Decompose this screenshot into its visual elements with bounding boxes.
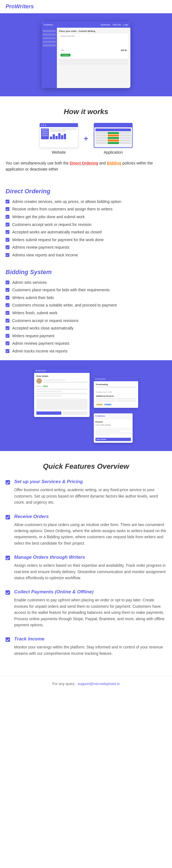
app-row-5 bbox=[95, 142, 131, 144]
direct-ordering-item-5: Writers submit request for payment for t… bbox=[5, 237, 167, 243]
gal-btn-2[interactable] bbox=[63, 411, 88, 415]
check-icon-do-3 bbox=[5, 223, 9, 226]
website-topbar bbox=[40, 123, 78, 127]
s-line-3 bbox=[42, 133, 48, 134]
gal-detail-line-3 bbox=[36, 393, 88, 394]
website-sidebar bbox=[41, 128, 49, 139]
sidebar-mini-5 bbox=[43, 44, 56, 46]
gal-body-2: Proofreading Tuesday, Dec 9, 2023 Additi… bbox=[94, 381, 138, 408]
bidding-item-0: Admin sets services bbox=[5, 280, 167, 285]
doc-title: Invoice bbox=[95, 421, 131, 423]
check-icon-do-0 bbox=[5, 199, 9, 204]
feature-item-0: Set up your Services & Pricing Offer bus… bbox=[5, 479, 167, 505]
check-icon-bs-8 bbox=[5, 341, 9, 345]
cell-14 bbox=[108, 142, 119, 144]
how-it-works-desc: You can simultaneously use both the Dire… bbox=[5, 160, 167, 173]
bidding-text-3: Customers choose a suitable writer, and … bbox=[12, 303, 117, 308]
feature-content-2: Manage Orders through Writers Assign ord… bbox=[14, 555, 167, 581]
feature-content-4: Track Income Monitor your earnings withi… bbox=[14, 636, 167, 656]
g-dot-2 bbox=[95, 378, 97, 380]
feature-desc-2: Assign orders to writers based on their … bbox=[14, 562, 167, 581]
direct-ordering-item-3: Customers accept work or request for rev… bbox=[5, 222, 167, 227]
bidding-text-4: Writers finish, submit work bbox=[12, 310, 57, 316]
general-info-label: General Information bbox=[60, 35, 127, 37]
bidding-item-3: Customers choose a suitable writer, and … bbox=[5, 303, 167, 308]
website-body bbox=[40, 127, 78, 141]
doc-line-4 bbox=[95, 434, 109, 436]
website-content bbox=[50, 128, 77, 139]
bidding-text-9: Admin tracks income via reports bbox=[12, 349, 67, 354]
g-dot-1 bbox=[36, 370, 37, 371]
feature-desc-1: Allow customers to place orders using an… bbox=[14, 522, 167, 547]
feature-title-0: Set up your Services & Pricing bbox=[14, 479, 167, 485]
bidding-item-7: Writers request payment bbox=[5, 333, 167, 339]
bidding-item-4: Writers finish, submit work bbox=[5, 310, 167, 316]
direct-ordering-section: Direct Ordering Admin creates services, … bbox=[0, 184, 172, 265]
gal-detail-row-1: Status: Active bbox=[36, 385, 88, 388]
gal-s-l2 bbox=[117, 398, 136, 400]
how-it-works-section: How it works bbox=[0, 96, 172, 184]
bidding-text-6: Accepted works close automatically bbox=[12, 326, 74, 331]
bidding-text-1: Customers place request for bids with th… bbox=[12, 287, 109, 293]
hero-continue-btn[interactable]: Continue bbox=[60, 54, 71, 57]
website-screenshot bbox=[40, 123, 78, 148]
hero-main: Place your order - Content Writing Gener… bbox=[57, 28, 130, 88]
feature-title-1: Receive Orders bbox=[14, 514, 167, 519]
gal-s-l4 bbox=[117, 400, 136, 402]
gal-btn-1[interactable] bbox=[36, 411, 61, 415]
feature-desc-0: Offer business content writing, academic… bbox=[14, 487, 167, 505]
feature-icon-4 bbox=[5, 638, 10, 642]
gal-status-pending: Pending bbox=[96, 403, 103, 406]
form-total-row: Total $35.99 bbox=[60, 49, 127, 52]
direct-ordering-text-0: Admin creates services, sets up prices, … bbox=[12, 199, 121, 205]
bidding-link[interactable]: Bidding bbox=[107, 161, 121, 165]
hero-screenshot: ProWriters Dashboard Place Bid Login Pla… bbox=[42, 22, 130, 88]
gal-topbar-2: ORD-000318 bbox=[94, 377, 138, 381]
doc-total-text: Total: $35.99 bbox=[96, 439, 130, 440]
gal-title-1: Order Details bbox=[36, 375, 88, 377]
logo: ProWriters bbox=[5, 3, 34, 9]
gallery-right: ORD-000318 Proofreading Tuesday, Dec 9, … bbox=[94, 369, 138, 443]
gal-info-1 bbox=[43, 379, 88, 383]
direct-ordering-text-7: Admins view reports and track Income bbox=[12, 252, 78, 258]
feature-item-4: Track Income Monitor your earnings withi… bbox=[5, 636, 167, 656]
feature-desc-4: Monitor your earnings within the platfor… bbox=[14, 644, 167, 656]
gal-section-proofreading: Proofreading bbox=[96, 383, 136, 385]
feature-content-0: Set up your Services & Pricing Offer bus… bbox=[14, 479, 167, 505]
bidding-system-title: Bidding System bbox=[5, 269, 167, 276]
gal-add-services: Additional Services bbox=[96, 395, 136, 397]
gal-s-l3 bbox=[96, 400, 116, 402]
form-extra-1 bbox=[59, 60, 128, 62]
check-icon-do-1 bbox=[5, 207, 9, 211]
check-icon-bs-1 bbox=[5, 288, 9, 292]
feature-icon-0 bbox=[5, 480, 10, 485]
app-topbar bbox=[94, 123, 132, 127]
gal-action-buttons bbox=[36, 411, 88, 415]
cell-12 bbox=[120, 140, 131, 142]
gal-detail-line-4 bbox=[36, 395, 62, 397]
doc-logo: ProWriters bbox=[95, 415, 131, 417]
gal-details: Status: Active bbox=[36, 385, 88, 397]
bidding-item-2: Writers submit their bids bbox=[5, 295, 167, 301]
gallery-side: ORD-000318 Proofreading Tuesday, Dec 9, … bbox=[94, 377, 138, 408]
doc-subtitle: Order #ORD-000318 bbox=[95, 424, 131, 426]
check-icon-bs-2 bbox=[5, 296, 9, 300]
direct-ordering-link[interactable]: Direct Ordering bbox=[70, 161, 98, 165]
check-icon-do-5 bbox=[5, 238, 9, 242]
direct-ordering-text-6: Admins review payment requests bbox=[12, 245, 69, 250]
gal-status-active: Active bbox=[43, 385, 48, 388]
footer-email[interactable]: support@microelephant.io bbox=[78, 682, 120, 686]
bar-2 bbox=[53, 134, 55, 139]
hero-nav-login: Login bbox=[123, 24, 128, 26]
direct-ordering-text-2: Writers get the jobs done and submit wor… bbox=[12, 214, 84, 220]
check-icon-bs-9 bbox=[5, 349, 9, 353]
cell-4 bbox=[95, 134, 107, 136]
gal-s-line-1 bbox=[96, 386, 136, 388]
doc-line-1 bbox=[95, 429, 131, 430]
check-icon-bs-6 bbox=[5, 326, 9, 330]
gal-additional: Additional Services bbox=[96, 395, 136, 402]
direct-ordering-item-6: Admins review payment requests bbox=[5, 245, 167, 250]
bar-5 bbox=[61, 135, 63, 139]
quick-features-title: Quick Features Overview bbox=[5, 462, 167, 471]
s-line-4 bbox=[42, 135, 48, 136]
